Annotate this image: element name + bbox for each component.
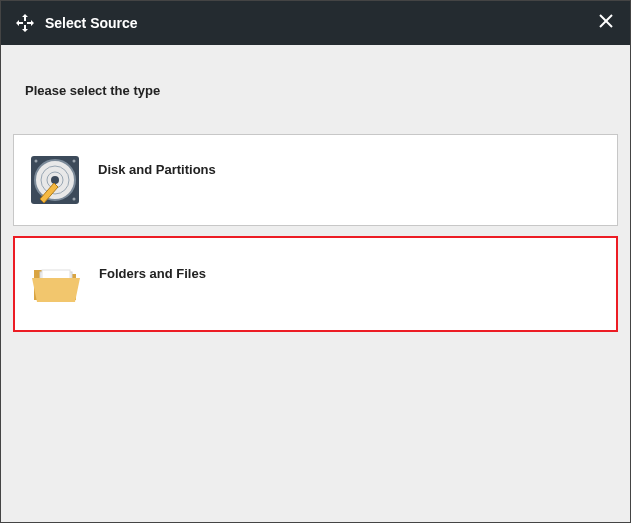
close-icon xyxy=(598,13,614,33)
option-folders-files[interactable]: Folders and Files xyxy=(13,236,618,332)
prompt-text: Please select the type xyxy=(13,59,618,134)
svg-point-8 xyxy=(35,160,38,163)
titlebar: Select Source xyxy=(1,1,630,45)
dialog-content: Please select the type Disk and Partitio… xyxy=(1,45,630,522)
folder-icon xyxy=(27,255,85,313)
option-label: Disk and Partitions xyxy=(98,162,216,177)
option-label: Folders and Files xyxy=(99,266,206,281)
svg-point-9 xyxy=(73,160,76,163)
dialog-window: Select Source Please select the type xyxy=(0,0,631,523)
close-button[interactable] xyxy=(596,13,616,33)
option-disk-partitions[interactable]: Disk and Partitions xyxy=(13,134,618,226)
titlebar-left: Select Source xyxy=(15,13,138,33)
app-icon xyxy=(15,13,35,33)
dialog-title: Select Source xyxy=(45,15,138,31)
svg-point-6 xyxy=(51,176,59,184)
disk-icon xyxy=(26,151,84,209)
svg-point-10 xyxy=(73,198,76,201)
